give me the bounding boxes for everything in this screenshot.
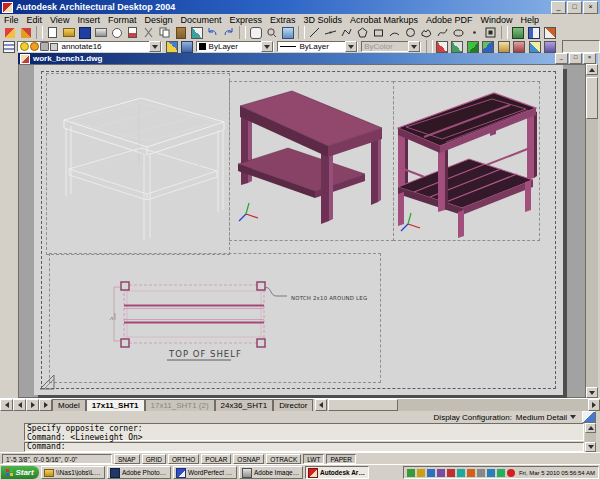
- scroll-down-icon[interactable]: [586, 387, 598, 398]
- line-icon[interactable]: [307, 26, 322, 39]
- pan-icon[interactable]: [248, 26, 263, 39]
- linetype-combo[interactable]: ByLayer: [277, 41, 358, 52]
- circle-icon[interactable]: [403, 26, 418, 39]
- menu-view[interactable]: View: [46, 15, 73, 25]
- cmd-scroll-up-icon[interactable]: [585, 423, 596, 433]
- aec-tool-icon-8[interactable]: [543, 40, 557, 53]
- taskbar-item-explorer[interactable]: \\Nas1\jobs\Lawman: [41, 466, 105, 479]
- match-properties-icon[interactable]: [189, 26, 204, 39]
- viewport-frame-bench[interactable]: [393, 81, 540, 241]
- layer-manager-icon[interactable]: [2, 40, 16, 53]
- command-history[interactable]: Specify opposite corner: Command: <Linew…: [24, 423, 584, 441]
- menu-3d-solids[interactable]: 3D Solids: [300, 15, 347, 25]
- aec-tool-icon-4[interactable]: [481, 40, 495, 53]
- taskbar-clock[interactable]: Fri, Mar 5 2010 05:56:54 AM: [519, 470, 595, 476]
- adt-content-icon[interactable]: [2, 26, 17, 39]
- menu-extras[interactable]: Extras: [266, 15, 300, 25]
- aec-tool-icon-1[interactable]: [435, 40, 449, 53]
- copy-icon[interactable]: [157, 26, 172, 39]
- tab-model[interactable]: Model: [52, 399, 86, 411]
- osnap-toggle[interactable]: OSNAP: [233, 454, 264, 464]
- viewport-wireframe-bench[interactable]: [46, 73, 230, 255]
- command-scrollbar[interactable]: [585, 423, 596, 452]
- tray-icon-9[interactable]: [487, 469, 495, 477]
- grid-toggle[interactable]: GRID: [142, 454, 166, 464]
- revision-cloud-icon[interactable]: [419, 26, 434, 39]
- aec-tool-icon-2[interactable]: [450, 40, 464, 53]
- minimize-button[interactable]: _: [551, 1, 566, 14]
- tab-24x36-sht1[interactable]: 24x36_SHT1: [215, 399, 274, 411]
- taskbar-item-imageready[interactable]: Adobe ImageReady: [239, 466, 303, 479]
- menu-express[interactable]: Express: [225, 15, 266, 25]
- viewport-shaded-bench[interactable]: [229, 81, 394, 241]
- tab-first-button[interactable]: [0, 399, 13, 411]
- start-button[interactable]: Start: [1, 466, 39, 479]
- polygon-icon[interactable]: [355, 26, 370, 39]
- tray-icon-1[interactable]: [407, 469, 415, 477]
- tab-director[interactable]: Director: [273, 399, 313, 411]
- plot-preview-icon[interactable]: [109, 26, 124, 39]
- tray-icon-4[interactable]: [437, 469, 445, 477]
- tray-icon-10[interactable]: [497, 469, 505, 477]
- tray-icon-2[interactable]: [417, 469, 425, 477]
- tray-clock-icon[interactable]: [507, 469, 515, 477]
- plot-icon[interactable]: [93, 26, 108, 39]
- aec-tool-icon-3[interactable]: [466, 40, 480, 53]
- taskbar-item-autodesk[interactable]: Autodesk Architec...: [305, 466, 369, 479]
- scroll-right-icon[interactable]: [588, 399, 600, 411]
- otrack-toggle[interactable]: OTRACK: [266, 454, 301, 464]
- menu-help[interactable]: Help: [517, 15, 544, 25]
- vertical-scrollbar[interactable]: [586, 64, 598, 398]
- point-icon[interactable]: [467, 26, 482, 39]
- tab-prev-button[interactable]: [13, 399, 26, 411]
- aec-tool-icon-5[interactable]: [497, 40, 511, 53]
- cmd-scroll-down-icon[interactable]: [585, 442, 596, 452]
- display-config-value[interactable]: Medium Detail: [516, 413, 567, 422]
- designcenter-icon[interactable]: [510, 26, 525, 39]
- tab-17x11-sht1-2[interactable]: 17x11_SHT1 (2): [145, 399, 215, 411]
- menu-document[interactable]: Document: [176, 15, 225, 25]
- menu-design[interactable]: Design: [140, 15, 176, 25]
- tab-next-button[interactable]: [26, 399, 39, 411]
- display-config-icon[interactable]: [582, 411, 596, 423]
- adt-style-icon[interactable]: [18, 26, 33, 39]
- layer-previous-icon[interactable]: [180, 40, 194, 53]
- menu-window[interactable]: Window: [477, 15, 517, 25]
- ortho-toggle[interactable]: ORTHO: [168, 454, 199, 464]
- doc-close-button[interactable]: ×: [583, 53, 596, 64]
- paste-icon[interactable]: [173, 26, 188, 39]
- snap-toggle[interactable]: SNAP: [114, 454, 140, 464]
- tray-icon-8[interactable]: [477, 469, 485, 477]
- horizontal-scrollbar[interactable]: [315, 399, 600, 411]
- polyline-icon[interactable]: [339, 26, 354, 39]
- layout-paper[interactable]: NOTCH 2x10 AROUND LEG TOP OF SHELF: [34, 65, 563, 395]
- construction-line-icon[interactable]: [323, 26, 338, 39]
- insert-block-icon[interactable]: [483, 26, 498, 39]
- vertical-scroll-thumb[interactable]: [586, 77, 598, 119]
- document-title-bar[interactable]: work_bench1.dwg _ □ ×: [18, 53, 598, 64]
- horizontal-scroll-thumb[interactable]: [328, 399, 398, 411]
- linetype-combo-arrow[interactable]: [345, 41, 357, 52]
- spline-icon[interactable]: [435, 26, 450, 39]
- menu-insert[interactable]: Insert: [73, 15, 104, 25]
- color-combo[interactable]: ByLayer: [196, 41, 275, 52]
- tray-icon-5[interactable]: [447, 469, 455, 477]
- markup-icon[interactable]: [542, 26, 557, 39]
- zoom-icon[interactable]: [264, 26, 279, 39]
- ellipse-icon[interactable]: [451, 26, 466, 39]
- menu-format[interactable]: Format: [104, 15, 141, 25]
- menu-acrobat-markups[interactable]: Acrobat Markups: [346, 15, 422, 25]
- command-input[interactable]: Command:: [24, 442, 584, 452]
- polar-toggle[interactable]: POLAR: [201, 454, 231, 464]
- lineweight-combo-arrow[interactable]: [408, 41, 420, 52]
- drawing-canvas[interactable]: NOTCH 2x10 AROUND LEG TOP OF SHELF: [18, 64, 586, 398]
- tool-palettes-icon[interactable]: [526, 26, 541, 39]
- color-combo-arrow[interactable]: [261, 41, 273, 52]
- publish-icon[interactable]: [125, 26, 140, 39]
- save-icon[interactable]: [77, 26, 92, 39]
- layer-combo[interactable]: annotate16: [17, 41, 161, 52]
- display-config-dropdown-icon[interactable]: [570, 415, 576, 419]
- tray-icon-3[interactable]: [427, 469, 435, 477]
- aec-tool-icon-6[interactable]: [512, 40, 526, 53]
- menu-adobe-pdf[interactable]: Adobe PDF: [422, 15, 477, 25]
